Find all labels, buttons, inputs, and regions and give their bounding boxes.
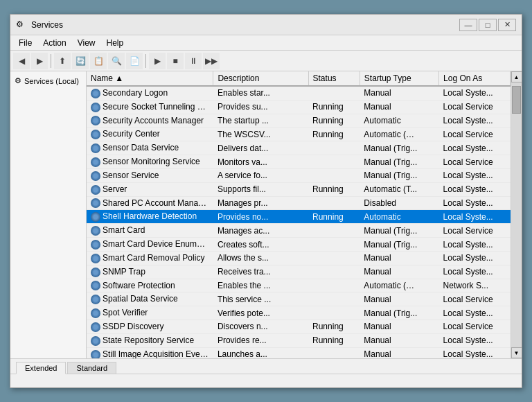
table-row[interactable]: Shell Hardware DetectionProvides no...Ru…	[87, 210, 511, 224]
menu-file[interactable]: File	[13, 37, 37, 49]
sidebar: ⚙ Services (Local)	[10, 71, 87, 358]
menu-help[interactable]: Help	[101, 37, 130, 49]
service-desc: Enables star...	[213, 86, 308, 100]
table-row[interactable]: Smart CardManages ac...Manual (Trig...Lo…	[87, 224, 511, 238]
col-header-description[interactable]: Description	[213, 71, 308, 86]
service-name: Still Image Acquisition Events	[103, 349, 211, 358]
service-name: Spatial Data Service	[103, 294, 178, 304]
table-row[interactable]: Spatial Data ServiceThis service ...Manu…	[87, 292, 511, 306]
table-row[interactable]: Spot VerifierVerifies pote...Manual (Tri…	[87, 306, 511, 320]
service-desc: This service ...	[213, 292, 308, 306]
service-desc: Manages ac...	[213, 224, 308, 238]
service-icon	[91, 308, 100, 318]
table-row[interactable]: Shared PC Account ManagerManages pr...Di…	[87, 196, 511, 210]
sidebar-services-local[interactable]: ⚙ Services (Local)	[13, 74, 83, 87]
scroll-down-arrow[interactable]: ▼	[511, 347, 522, 358]
service-name: Smart Card Removal Policy	[103, 253, 204, 263]
service-startup: Automatic (…	[360, 128, 438, 141]
service-logon: Local Syste...	[439, 347, 511, 358]
service-status: Running	[308, 210, 360, 224]
service-icon	[91, 130, 100, 139]
scroll-up-arrow[interactable]: ▲	[511, 71, 522, 82]
table-row[interactable]: Smart Card Removal PolicyAllows the s...…	[87, 251, 511, 265]
table-body: Secondary LogonEnables star...ManualLoca…	[87, 86, 511, 358]
service-logon: Local Syste...	[439, 168, 511, 182]
service-icon	[91, 254, 100, 263]
table-row[interactable]: Secure Socket Tunneling Pr...Provides su…	[87, 100, 511, 114]
service-logon: Local Syste...	[439, 182, 511, 196]
service-logon: Local Service	[439, 224, 511, 238]
service-name: SSDP Discovery	[103, 322, 163, 331]
table-row[interactable]: Sensor Monitoring ServiceMonitors va...M…	[87, 155, 511, 169]
tab-standard[interactable]: Standard	[67, 362, 116, 374]
menu-view[interactable]: View	[72, 37, 101, 49]
toolbar-start[interactable]: ▶	[149, 53, 166, 69]
tab-extended[interactable]: Extended	[16, 362, 66, 374]
service-startup: Manual (Trig...	[360, 168, 438, 182]
title-bar: ⚙ Services — □ ✕	[10, 15, 522, 35]
service-name: Security Center	[103, 129, 160, 139]
table-row[interactable]: Sensor Data ServiceDelivers dat...Manual…	[87, 141, 511, 155]
scrollbar[interactable]: ▲ ▼	[511, 71, 522, 358]
service-startup: Automatic	[360, 210, 438, 224]
main-panel: Name ▲ Description Status Startup Type	[87, 71, 511, 358]
scroll-track[interactable]	[511, 82, 522, 347]
service-desc: Receives tra...	[213, 265, 308, 279]
service-icon	[91, 143, 100, 153]
toolbar-search[interactable]: 🔍	[108, 53, 125, 69]
services-table-container[interactable]: Name ▲ Description Status Startup Type	[87, 71, 511, 358]
service-status	[308, 306, 360, 320]
scroll-thumb[interactable]	[512, 86, 521, 114]
service-icon	[91, 185, 100, 195]
service-name: Secure Socket Tunneling Pr...	[103, 102, 212, 112]
service-name: Smart Card	[103, 225, 145, 235]
service-status: Running	[308, 320, 360, 334]
service-desc: Enables the ...	[213, 279, 308, 292]
service-icon	[91, 350, 100, 358]
service-desc: Monitors va...	[213, 155, 308, 169]
service-logon: Local Syste...	[439, 251, 511, 265]
service-desc: Delivers dat...	[213, 141, 308, 155]
toolbar-stop[interactable]: ■	[167, 53, 184, 69]
col-header-logon[interactable]: Log On As	[439, 71, 511, 86]
toolbar-up[interactable]: ⬆	[54, 53, 71, 69]
menu-action[interactable]: Action	[37, 37, 71, 49]
service-logon: Local Syste...	[439, 196, 511, 210]
toolbar-doc[interactable]: 📄	[126, 53, 143, 69]
minimize-button[interactable]: —	[459, 19, 477, 31]
toolbar-map[interactable]: 📋	[90, 53, 107, 69]
toolbar-refresh[interactable]: 🔄	[72, 53, 89, 69]
toolbar-sep1	[51, 54, 51, 68]
service-logon: Local Service	[439, 128, 511, 141]
service-logon: Local Syste...	[439, 306, 511, 320]
col-header-status[interactable]: Status	[308, 71, 360, 86]
table-row[interactable]: Security Accounts ManagerThe startup ...…	[87, 114, 511, 128]
toolbar-forward[interactable]: ▶	[31, 53, 48, 69]
service-logon: Local Syste...	[439, 265, 511, 279]
col-header-startup[interactable]: Startup Type	[360, 71, 438, 86]
table-row[interactable]: State Repository ServiceProvides re...Ru…	[87, 333, 511, 347]
table-row[interactable]: Sensor ServiceA service fo...Manual (Tri…	[87, 168, 511, 182]
table-row[interactable]: SNMP TrapReceives tra...ManualLocal Syst…	[87, 265, 511, 279]
table-row[interactable]: Still Image Acquisition EventsLaunches a…	[87, 347, 511, 358]
table-row[interactable]: Smart Card Device Enumera...Creates soft…	[87, 238, 511, 252]
service-logon: Local Service	[439, 100, 511, 114]
menu-bar: File Action View Help	[10, 35, 522, 51]
table-row[interactable]: SSDP DiscoveryDiscovers n...RunningManua…	[87, 320, 511, 334]
toolbar-pause[interactable]: ⏸	[185, 53, 202, 69]
toolbar-back[interactable]: ◀	[13, 53, 30, 69]
service-name: Server	[103, 184, 127, 194]
close-button[interactable]: ✕	[498, 19, 516, 31]
table-row[interactable]: Security CenterThe WSCSV...RunningAutoma…	[87, 128, 511, 141]
maximize-button[interactable]: □	[479, 19, 497, 31]
col-header-name[interactable]: Name ▲	[87, 71, 213, 86]
table-row[interactable]: ServerSupports fil...RunningAutomatic (T…	[87, 182, 511, 196]
service-name: SNMP Trap	[103, 267, 145, 277]
table-row[interactable]: Software ProtectionEnables the ...Automa…	[87, 279, 511, 292]
toolbar-restart[interactable]: ▶▶	[203, 53, 220, 69]
service-status: Running	[308, 100, 360, 114]
table-row[interactable]: Secondary LogonEnables star...ManualLoca…	[87, 86, 511, 100]
service-logon: Local Syste...	[439, 114, 511, 128]
service-name: Sensor Monitoring Service	[103, 157, 200, 166]
content-area: ⚙ Services (Local) Name ▲ Description	[10, 71, 522, 358]
